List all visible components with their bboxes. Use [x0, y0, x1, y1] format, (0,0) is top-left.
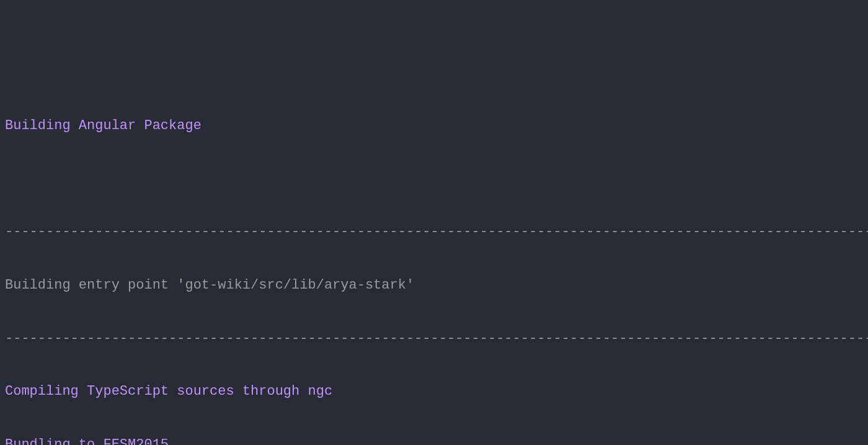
step-fesm2015: Bundling to FESM2015 [5, 432, 863, 445]
step-compile: Compiling TypeScript sources through ngc [5, 379, 863, 405]
separator: ----------------------------------------… [5, 326, 863, 353]
build-title: Building Angular Package [5, 113, 863, 140]
separator: ----------------------------------------… [5, 219, 863, 246]
entry-point-header-1: Building entry point 'got-wiki/src/lib/a… [5, 272, 863, 299]
blank-line [5, 166, 863, 192]
